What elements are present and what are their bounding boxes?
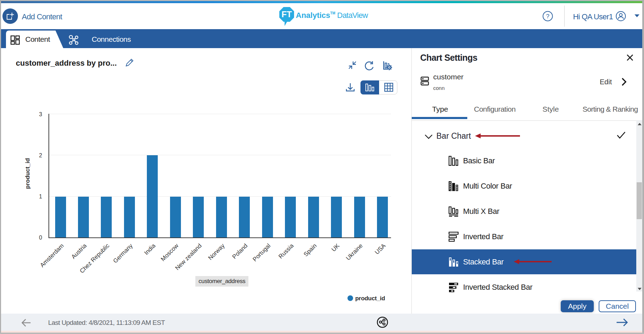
svg-text:?: ? bbox=[546, 13, 549, 20]
svg-text:product_id: product_id bbox=[24, 158, 31, 189]
svg-text:FT: FT bbox=[281, 9, 292, 19]
